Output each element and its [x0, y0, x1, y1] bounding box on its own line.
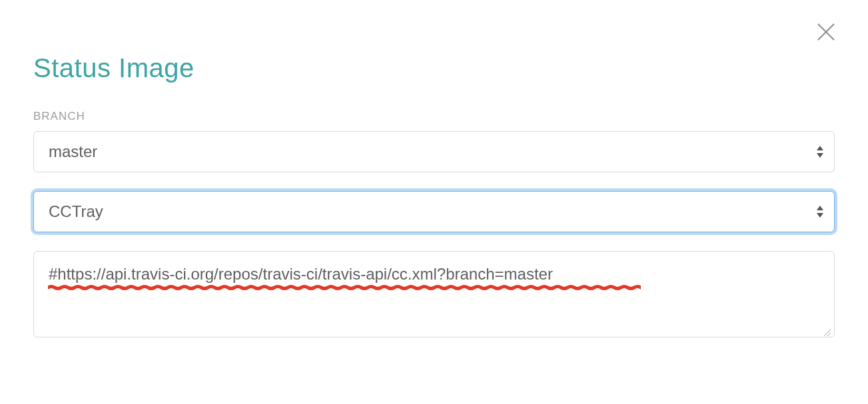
branch-label: BRANCH [33, 110, 835, 123]
format-select-wrapper: CCTray [33, 191, 835, 232]
branch-select-value: master [49, 142, 97, 161]
branch-select[interactable]: master [33, 131, 835, 172]
close-icon [816, 22, 836, 42]
url-output-textarea[interactable] [33, 251, 835, 337]
format-select[interactable]: CCTray [33, 191, 835, 232]
close-button[interactable] [814, 20, 838, 44]
url-output-wrapper [33, 251, 835, 340]
format-select-value: CCTray [49, 202, 103, 221]
branch-select-wrapper: master [33, 131, 835, 172]
modal-title: Status Image [33, 53, 835, 83]
